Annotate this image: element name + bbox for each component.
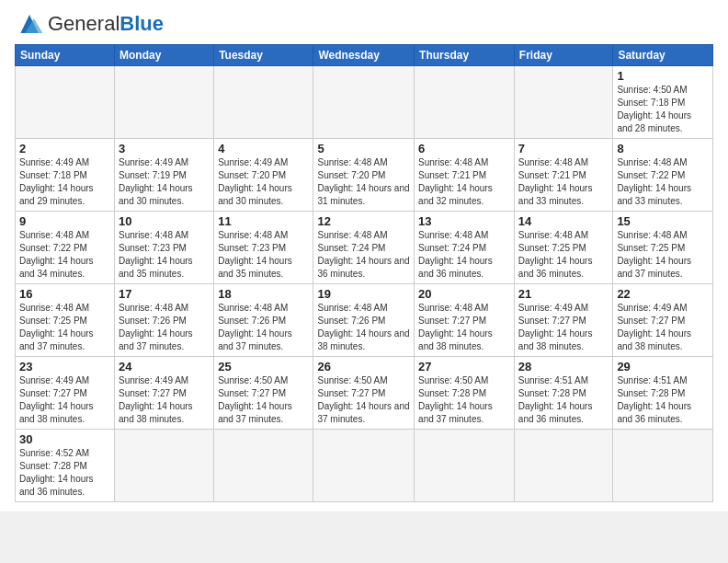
day-info: Sunrise: 4:51 AM Sunset: 7:28 PM Dayligh… bbox=[617, 374, 709, 426]
header: GeneralBlue bbox=[15, 11, 713, 37]
weekday-header-wednesday: Wednesday bbox=[313, 45, 415, 66]
day-info: Sunrise: 4:49 AM Sunset: 7:27 PM Dayligh… bbox=[617, 302, 709, 353]
day-cell: 13Sunrise: 4:48 AM Sunset: 7:24 PM Dayli… bbox=[415, 212, 515, 284]
week-row-5: 23Sunrise: 4:49 AM Sunset: 7:27 PM Dayli… bbox=[16, 357, 713, 430]
day-number: 1 bbox=[617, 69, 709, 83]
day-info: Sunrise: 4:49 AM Sunset: 7:20 PM Dayligh… bbox=[218, 156, 309, 208]
weekday-header-saturday: Saturday bbox=[613, 45, 713, 66]
day-cell bbox=[415, 66, 515, 139]
day-number: 9 bbox=[19, 214, 110, 228]
weekday-header-thursday: Thursday bbox=[415, 45, 515, 66]
calendar-table: SundayMondayTuesdayWednesdayThursdayFrid… bbox=[15, 44, 713, 502]
day-info: Sunrise: 4:49 AM Sunset: 7:19 PM Dayligh… bbox=[119, 156, 210, 208]
day-cell: 16Sunrise: 4:48 AM Sunset: 7:25 PM Dayli… bbox=[16, 284, 115, 357]
day-number: 15 bbox=[617, 214, 709, 228]
page: GeneralBlue SundayMondayTuesdayWednesday… bbox=[0, 0, 728, 511]
day-number: 7 bbox=[518, 142, 609, 155]
day-cell: 11Sunrise: 4:48 AM Sunset: 7:23 PM Dayli… bbox=[214, 212, 313, 284]
day-cell: 12Sunrise: 4:48 AM Sunset: 7:24 PM Dayli… bbox=[313, 212, 415, 284]
day-cell: 6Sunrise: 4:48 AM Sunset: 7:21 PM Daylig… bbox=[415, 139, 515, 212]
day-info: Sunrise: 4:48 AM Sunset: 7:25 PM Dayligh… bbox=[19, 302, 110, 353]
day-number: 5 bbox=[317, 142, 410, 155]
day-cell bbox=[214, 430, 313, 502]
day-number: 30 bbox=[19, 432, 110, 446]
day-cell: 19Sunrise: 4:48 AM Sunset: 7:26 PM Dayli… bbox=[313, 284, 415, 357]
day-number: 8 bbox=[617, 142, 709, 155]
day-number: 17 bbox=[119, 287, 210, 301]
week-row-2: 2Sunrise: 4:49 AM Sunset: 7:18 PM Daylig… bbox=[16, 139, 713, 212]
logo: GeneralBlue bbox=[15, 11, 164, 37]
weekday-header-sunday: Sunday bbox=[16, 45, 115, 66]
day-info: Sunrise: 4:48 AM Sunset: 7:23 PM Dayligh… bbox=[218, 229, 309, 281]
day-number: 2 bbox=[19, 142, 110, 155]
day-info: Sunrise: 4:48 AM Sunset: 7:25 PM Dayligh… bbox=[617, 229, 709, 281]
day-cell: 3Sunrise: 4:49 AM Sunset: 7:19 PM Daylig… bbox=[115, 139, 214, 212]
weekday-header-friday: Friday bbox=[514, 45, 613, 66]
day-number: 23 bbox=[19, 360, 110, 373]
day-cell: 20Sunrise: 4:48 AM Sunset: 7:27 PM Dayli… bbox=[415, 284, 515, 357]
day-number: 24 bbox=[119, 360, 210, 373]
day-info: Sunrise: 4:48 AM Sunset: 7:22 PM Dayligh… bbox=[617, 156, 709, 208]
day-number: 13 bbox=[418, 214, 510, 228]
logo-text: GeneralBlue bbox=[48, 14, 164, 34]
day-number: 28 bbox=[518, 360, 609, 373]
day-cell bbox=[415, 430, 515, 502]
day-info: Sunrise: 4:48 AM Sunset: 7:22 PM Dayligh… bbox=[19, 229, 110, 281]
day-cell: 7Sunrise: 4:48 AM Sunset: 7:21 PM Daylig… bbox=[514, 139, 613, 212]
day-cell: 5Sunrise: 4:48 AM Sunset: 7:20 PM Daylig… bbox=[313, 139, 415, 212]
day-cell bbox=[214, 66, 313, 139]
day-cell bbox=[115, 430, 214, 502]
week-row-6: 30Sunrise: 4:52 AM Sunset: 7:28 PM Dayli… bbox=[16, 430, 713, 502]
day-number: 21 bbox=[518, 287, 609, 301]
logo-blue: Blue bbox=[119, 12, 164, 35]
day-number: 11 bbox=[218, 214, 309, 228]
day-cell: 25Sunrise: 4:50 AM Sunset: 7:27 PM Dayli… bbox=[214, 357, 313, 430]
day-info: Sunrise: 4:51 AM Sunset: 7:28 PM Dayligh… bbox=[518, 374, 609, 426]
day-cell: 21Sunrise: 4:49 AM Sunset: 7:27 PM Dayli… bbox=[514, 284, 613, 357]
day-info: Sunrise: 4:52 AM Sunset: 7:28 PM Dayligh… bbox=[19, 447, 110, 499]
day-cell: 9Sunrise: 4:48 AM Sunset: 7:22 PM Daylig… bbox=[16, 212, 115, 284]
day-info: Sunrise: 4:50 AM Sunset: 7:27 PM Dayligh… bbox=[218, 374, 309, 426]
day-info: Sunrise: 4:49 AM Sunset: 7:27 PM Dayligh… bbox=[119, 374, 210, 426]
day-info: Sunrise: 4:48 AM Sunset: 7:24 PM Dayligh… bbox=[418, 229, 510, 281]
day-number: 12 bbox=[317, 214, 410, 228]
week-row-4: 16Sunrise: 4:48 AM Sunset: 7:25 PM Dayli… bbox=[16, 284, 713, 357]
day-info: Sunrise: 4:49 AM Sunset: 7:27 PM Dayligh… bbox=[19, 374, 110, 426]
day-info: Sunrise: 4:50 AM Sunset: 7:28 PM Dayligh… bbox=[418, 374, 510, 426]
day-number: 10 bbox=[119, 214, 210, 228]
week-row-1: 1Sunrise: 4:50 AM Sunset: 7:18 PM Daylig… bbox=[16, 66, 713, 139]
day-info: Sunrise: 4:48 AM Sunset: 7:26 PM Dayligh… bbox=[218, 302, 309, 353]
day-number: 16 bbox=[19, 287, 110, 301]
day-number: 3 bbox=[119, 142, 210, 155]
day-cell: 27Sunrise: 4:50 AM Sunset: 7:28 PM Dayli… bbox=[415, 357, 515, 430]
day-cell: 8Sunrise: 4:48 AM Sunset: 7:22 PM Daylig… bbox=[613, 139, 713, 212]
day-number: 22 bbox=[617, 287, 709, 301]
day-info: Sunrise: 4:48 AM Sunset: 7:21 PM Dayligh… bbox=[518, 156, 609, 208]
day-cell: 17Sunrise: 4:48 AM Sunset: 7:26 PM Dayli… bbox=[115, 284, 214, 357]
day-info: Sunrise: 4:48 AM Sunset: 7:24 PM Dayligh… bbox=[317, 229, 410, 281]
day-number: 26 bbox=[317, 360, 410, 373]
day-cell bbox=[514, 430, 613, 502]
day-number: 20 bbox=[418, 287, 510, 301]
day-info: Sunrise: 4:49 AM Sunset: 7:18 PM Dayligh… bbox=[19, 156, 110, 208]
day-info: Sunrise: 4:48 AM Sunset: 7:25 PM Dayligh… bbox=[518, 229, 609, 281]
day-cell bbox=[16, 66, 115, 139]
day-cell bbox=[115, 66, 214, 139]
day-info: Sunrise: 4:48 AM Sunset: 7:26 PM Dayligh… bbox=[119, 302, 210, 353]
day-info: Sunrise: 4:48 AM Sunset: 7:26 PM Dayligh… bbox=[317, 302, 410, 353]
day-cell: 15Sunrise: 4:48 AM Sunset: 7:25 PM Dayli… bbox=[613, 212, 713, 284]
day-info: Sunrise: 4:48 AM Sunset: 7:27 PM Dayligh… bbox=[418, 302, 510, 353]
day-info: Sunrise: 4:49 AM Sunset: 7:27 PM Dayligh… bbox=[518, 302, 609, 353]
day-cell: 28Sunrise: 4:51 AM Sunset: 7:28 PM Dayli… bbox=[514, 357, 613, 430]
day-info: Sunrise: 4:48 AM Sunset: 7:20 PM Dayligh… bbox=[317, 156, 410, 208]
day-info: Sunrise: 4:50 AM Sunset: 7:18 PM Dayligh… bbox=[617, 84, 709, 135]
logo-general: GeneralBlue bbox=[48, 12, 164, 35]
day-number: 27 bbox=[418, 360, 510, 373]
day-cell: 2Sunrise: 4:49 AM Sunset: 7:18 PM Daylig… bbox=[16, 139, 115, 212]
weekday-header-monday: Monday bbox=[115, 45, 214, 66]
day-number: 14 bbox=[518, 214, 609, 228]
day-cell: 10Sunrise: 4:48 AM Sunset: 7:23 PM Dayli… bbox=[115, 212, 214, 284]
day-number: 4 bbox=[218, 142, 309, 155]
day-cell bbox=[613, 430, 713, 502]
day-info: Sunrise: 4:48 AM Sunset: 7:23 PM Dayligh… bbox=[119, 229, 210, 281]
